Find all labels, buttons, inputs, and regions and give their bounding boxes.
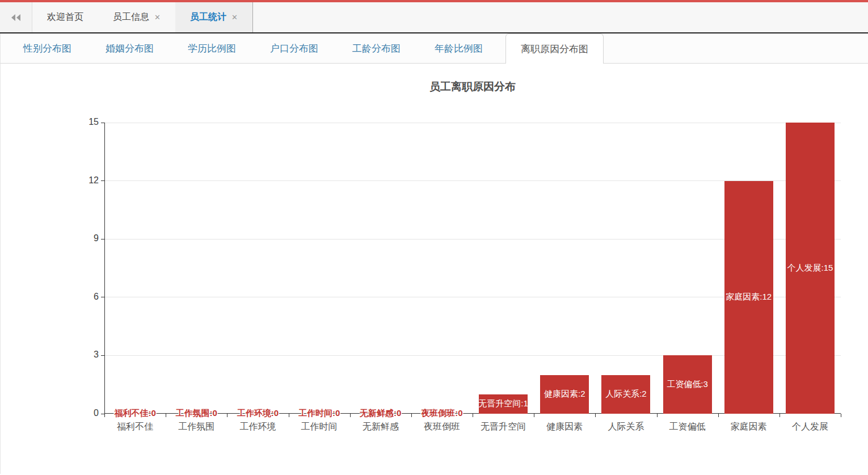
y-axis-tick [101, 355, 104, 356]
bar-chart-plot-area: 福利不佳:0工作氛围:0工作环境:0工作时间:0无新鲜感:0夜班倒班:0无晋升空… [104, 123, 841, 414]
y-axis-tick [101, 239, 104, 239]
chart-tab-household[interactable]: 户口分布图 [259, 33, 330, 63]
close-icon[interactable]: ✕ [154, 14, 161, 21]
bar-value-label: 健康因素:2 [534, 389, 595, 400]
x-axis-category-label: 无晋升空间 [473, 421, 534, 433]
y-axis-label: 3 [65, 350, 99, 360]
bar-value-label: 工作环境:0 [227, 408, 288, 419]
x-axis-category-label: 无新鲜感 [350, 421, 411, 433]
close-icon[interactable]: ✕ [231, 14, 238, 21]
x-axis-category-label: 工资偏低 [657, 421, 718, 433]
chart-tab-resign-reason[interactable]: 离职原因分布图 [505, 33, 604, 64]
bar-value-label: 无新鲜感:0 [350, 408, 411, 419]
x-axis-category-label: 工作时间 [289, 421, 350, 433]
bar-value-label: 工作时间:0 [289, 408, 350, 419]
chart-type-tabs: 性别分布图 婚姻分布图 学历比例图 户口分布图 工龄分布图 年龄比例图 离职原因… [0, 33, 868, 64]
collapse-tabs-button[interactable] [0, 2, 32, 32]
x-axis-category-label: 工作环境 [227, 421, 288, 433]
x-axis-tick [166, 414, 166, 417]
bar-value-label: 无晋升空间:1 [473, 398, 534, 409]
bar-value-label: 家庭因素:12 [718, 292, 779, 302]
bar-value-label: 福利不佳:0 [104, 408, 166, 419]
x-axis-tick [841, 414, 841, 417]
y-axis-line [104, 123, 105, 414]
y-axis-tick [101, 123, 104, 123]
double-left-arrow-icon [11, 14, 21, 22]
x-axis-tick [227, 414, 227, 417]
tab-welcome-home[interactable]: 欢迎首页 [32, 2, 98, 32]
chart-tab-age[interactable]: 年龄比例图 [423, 33, 494, 63]
x-axis-tick [534, 414, 534, 417]
x-axis-tick [657, 414, 658, 417]
x-axis-category-label: 夜班倒班 [411, 421, 473, 433]
y-axis-tick [101, 180, 104, 181]
chart-tab-seniority[interactable]: 工龄分布图 [341, 33, 412, 63]
y-axis-tick [101, 297, 104, 297]
tab-employee-stats[interactable]: 员工统计 ✕ [175, 2, 253, 32]
bar-value-label: 个人发展:15 [779, 263, 841, 274]
x-axis-category-label: 人际关系 [595, 421, 656, 433]
chart-tab-marriage[interactable]: 婚姻分布图 [94, 33, 165, 63]
bar-value-label: 工资偏低:3 [657, 379, 718, 390]
chart-tab-gender[interactable]: 性别分布图 [12, 33, 83, 63]
y-axis-label: 12 [65, 175, 99, 186]
x-axis-tick [104, 414, 105, 417]
tab-label: 员工统计 [190, 11, 226, 23]
chart-tab-education[interactable]: 学历比例图 [176, 33, 247, 63]
x-axis-category-label: 个人发展 [779, 421, 841, 433]
tab-label: 欢迎首页 [47, 11, 83, 23]
x-axis-tick [718, 414, 719, 417]
x-axis-category-label: 家庭因素 [718, 421, 779, 433]
y-axis-label: 9 [65, 233, 99, 243]
tab-employee-info[interactable]: 员工信息 ✕ [98, 2, 175, 32]
x-axis-tick [289, 414, 289, 417]
x-axis-tick [350, 414, 351, 417]
x-axis-tick [595, 414, 596, 417]
y-axis-label: 15 [65, 117, 99, 127]
x-axis-category-label: 健康因素 [534, 421, 595, 433]
x-axis-category-label: 工作氛围 [166, 421, 227, 433]
y-axis-label: 0 [65, 408, 99, 418]
chart-title: 员工离职原因分布 [104, 79, 841, 94]
y-axis-label: 6 [65, 292, 99, 302]
main-tabbar: 欢迎首页 员工信息 ✕ 员工统计 ✕ [0, 2, 868, 33]
tab-label: 员工信息 [113, 11, 149, 23]
x-axis-tick [473, 414, 473, 417]
bar-value-label: 人际关系:2 [595, 389, 656, 400]
bar-value-label: 夜班倒班:0 [411, 408, 473, 419]
x-axis-category-label: 福利不佳 [104, 421, 166, 433]
x-axis-tick [411, 414, 412, 417]
bar-value-label: 工作氛围:0 [166, 408, 227, 419]
chart-panel: 员工离职原因分布 福利不佳:0工作氛围:0工作环境:0工作时间:0无新鲜感:0夜… [0, 64, 868, 474]
y-gridline [104, 123, 841, 123]
x-axis-tick [779, 414, 780, 417]
